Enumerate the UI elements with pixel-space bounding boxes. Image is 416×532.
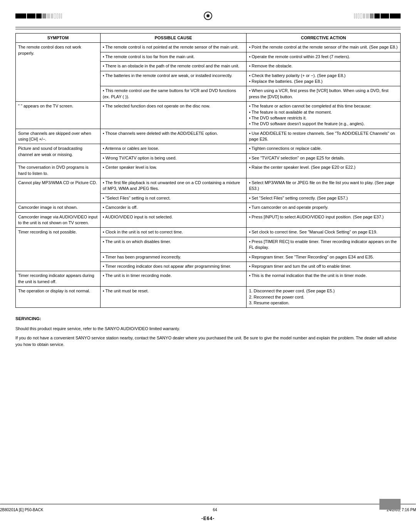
action-cell-8-2: • Reprogram timer. See "Timer Recording"…: [247, 252, 401, 262]
header-symptom: SYMPTOM: [16, 34, 101, 43]
circle-inner: [206, 14, 210, 17]
cause-cell-0-2: • There is an obstacle in the path of th…: [100, 62, 247, 71]
bar-block-r4: [360, 13, 362, 18]
bar-block-9: [59, 13, 60, 18]
bar-block-r10: [390, 13, 401, 18]
action-cell-0-4: • When using a VCR, first press the [VCR…: [247, 86, 401, 102]
cause-cell-3-0: • Antenna or cables are loose.: [100, 144, 247, 153]
symptom-cell-6: Camcorder image is not shown.: [16, 203, 101, 212]
top-h-line-1: [15, 27, 401, 27]
header-cause: POSSIBLE CAUSE: [100, 34, 247, 43]
action-cell-0-2: • Remove the obstacle.: [247, 62, 401, 71]
center-circle: [204, 12, 212, 20]
cause-cell-2-0: • Those channels were deleted with the A…: [100, 129, 247, 144]
cause-cell-5-1: • "Select Files" setting is not correct.: [100, 193, 247, 203]
bar-block-10: [61, 13, 62, 18]
action-cell-3-1: • See "TV/CATV selection" on page E25 fo…: [247, 153, 401, 163]
bar-block-r5: [363, 13, 365, 18]
bar-block-r9: [381, 13, 389, 18]
cause-cell-10-0: • The unit must be reset.: [100, 287, 247, 308]
action-cell-4-0: • Raise the center speaker level. (See p…: [247, 163, 401, 178]
action-cell-8-1: • Press [TIMER REC] to enable timer. Tim…: [247, 237, 401, 252]
servicing-paragraph-1: Should this product require service, ref…: [15, 326, 401, 332]
bar-block-r7: [370, 13, 374, 18]
cause-cell-8-0: • Clock in the unit is not set to correc…: [100, 228, 247, 237]
cause-cell-0-1: • The remote control is too far from the…: [100, 52, 247, 61]
troubleshooting-table: SYMPTOM POSSIBLE CAUSE CORRECTIVE ACTION…: [15, 33, 401, 308]
symptom-cell-2: Some channels are skipped over when usin…: [16, 129, 101, 144]
action-cell-0-1: • Operate the remote control within 23 f…: [247, 52, 401, 61]
bar-block-1: [15, 13, 26, 18]
cause-cell-0-0: • The remote control is not pointed at t…: [100, 43, 247, 52]
symptom-cell-3: Picture and sound of broadcasting channe…: [16, 144, 101, 163]
action-cell-10-0: 1. Disconnect the power cord. (See page …: [247, 287, 401, 308]
servicing-section: SERVICING: Should this product require s…: [15, 316, 401, 347]
action-cell-0-3: • Check the battery polarity (+ or −). (…: [247, 71, 401, 86]
cause-cell-9-0: • The unit is in timer recording mode.: [100, 271, 247, 287]
cause-cell-1-0: • The selected function does not operate…: [100, 102, 247, 129]
cause-cell-8-1: • The unit is on which disables timer.: [100, 237, 247, 252]
top-h-line-2: [15, 29, 401, 29]
footer-page: 64: [213, 508, 217, 512]
bar-block-r8: [374, 13, 380, 18]
bar-block-r6: [366, 13, 369, 18]
bar-block-3: [36, 13, 42, 18]
header-action: CORRECTIVE ACTION: [247, 34, 401, 43]
bar-block-7: [54, 13, 56, 18]
cause-cell-0-3: • The batteries in the remote control ar…: [100, 71, 247, 86]
cause-cell-7-0: • AUDIO/VIDEO input is not selected.: [100, 212, 247, 228]
bar-block-5: [47, 13, 50, 18]
bar-block-r3: [358, 13, 359, 18]
action-cell-0-0: • Point the remote control at the remote…: [247, 43, 401, 52]
action-cell-9-0: • This is the normal indication that the…: [247, 271, 401, 287]
bottom-h-line: [0, 504, 416, 505]
action-cell-2-0: • Use ADD/DELETE to restore channels. Se…: [247, 129, 401, 144]
footer-left: 2B80201A [E] P50-BACK: [0, 508, 43, 512]
cause-cell-8-2: • Timer has been programmed incorrectly.: [100, 252, 247, 262]
symptom-cell-10: The operation or display is not normal.: [16, 287, 101, 308]
action-cell-1-0: • The feature or action cannot be comple…: [247, 102, 401, 129]
bar-block-2: [27, 13, 35, 18]
cause-cell-0-4: • This remote control use the same butto…: [100, 86, 247, 102]
bar-left: [15, 13, 62, 18]
servicing-title: SERVICING:: [15, 316, 41, 321]
bar-block-8: [57, 13, 58, 18]
action-cell-3-0: • Tighten connections or replace cable.: [247, 144, 401, 153]
bar-block-4: [42, 13, 46, 18]
bar-block-r1: [354, 13, 355, 18]
symptom-cell-9: Timer recording indicator appears during…: [16, 271, 101, 287]
action-cell-8-3: • Reprogram timer and turn the unit off …: [247, 262, 401, 271]
cause-cell-4-0: • Center speaker level is low.: [100, 163, 247, 178]
action-cell-5-0: • Select MP3/WMA file or JPEG file on th…: [247, 178, 401, 194]
action-cell-5-1: • Set "Select Files" setting correctly. …: [247, 193, 401, 203]
action-cell-7-0: • Press [INPUT] to select AUDIO/VIDEO in…: [247, 212, 401, 228]
bar-block-6: [51, 13, 53, 18]
symptom-cell-7: Camcorder image via AUDIO/VIDEO input to…: [16, 212, 101, 228]
page-bottom: 2B80201A [E] P50-BACK 64 24/2/03, 7:16 P…: [0, 504, 416, 524]
bar-right: [354, 13, 401, 18]
page-container: SYMPTOM POSSIBLE CAUSE CORRECTIVE ACTION…: [0, 0, 416, 532]
cause-cell-3-1: • Wrong TV/CATV option is being used.: [100, 153, 247, 163]
cause-cell-8-3: • Timer recording indicator does not app…: [100, 262, 247, 271]
servicing-paragraph-2: If you do not have a convenient SANYO se…: [15, 335, 401, 347]
symptom-cell-1: " " appears on the TV screen.: [16, 102, 101, 129]
cause-cell-5-0: • The first file playback is not unwante…: [100, 178, 247, 194]
symptom-cell-5: Cannot play MP3/WMA CD or Picture CD.: [16, 178, 101, 203]
page-number: -E64-: [201, 516, 215, 521]
top-decorative-bar: [15, 12, 401, 20]
symptom-cell-4: The conversation in DVD programs is hard…: [16, 163, 101, 178]
action-cell-8-0: • Set clock to correct time. See "Manual…: [247, 228, 401, 237]
symptom-cell-8: Timer recording is not possible.: [16, 228, 101, 271]
symptom-cell-0: The remote control does not work properl…: [16, 43, 101, 102]
bar-block-r2: [356, 13, 357, 18]
action-cell-6-0: • Turn camcorder on and operate properly…: [247, 203, 401, 212]
cause-cell-6-0: • Camcorder is off.: [100, 203, 247, 212]
corner-decoration: [379, 499, 401, 510]
